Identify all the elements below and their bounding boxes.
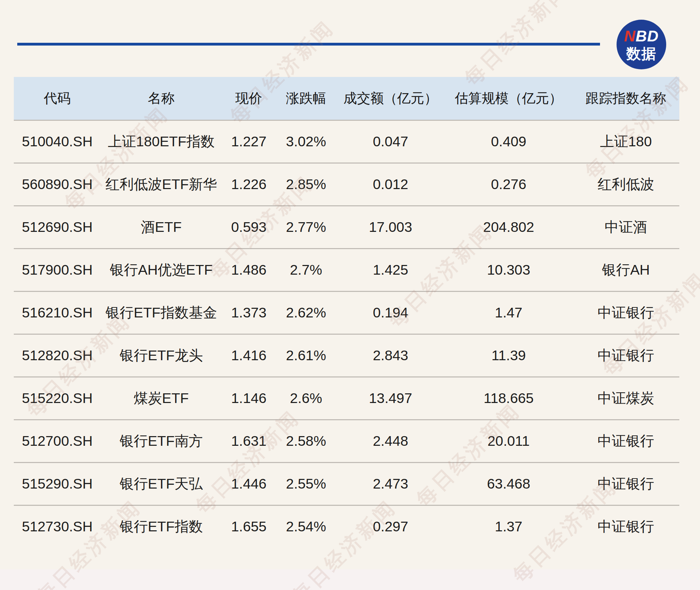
cell-index: 银行AH: [572, 248, 679, 291]
nbd-logo-subtext: 数据: [626, 47, 657, 61]
cell-scale: 10.303: [445, 248, 572, 291]
cell-turnover: 0.297: [336, 505, 445, 548]
cell-turnover: 13.497: [336, 377, 445, 420]
table-row: 512700.SH银行ETF南方1.6312.58%2.44820.011中证银…: [14, 420, 679, 462]
cell-index: 中证煤炭: [572, 377, 679, 420]
cell-code: 512690.SH: [14, 206, 101, 248]
cell-scale: 63.468: [445, 462, 572, 505]
etf-table: 代码 名称 现价 涨跌幅 成交额（亿元） 估算规模（亿元） 跟踪指数名称 510…: [14, 77, 679, 548]
cell-price: 1.631: [222, 420, 276, 462]
header-row: 代码 名称 现价 涨跌幅 成交额（亿元） 估算规模（亿元） 跟踪指数名称: [14, 77, 679, 120]
cell-change: 2.62%: [276, 291, 336, 334]
cell-index: 中证酒: [572, 206, 679, 248]
column-header-turnover: 成交额（亿元）: [336, 77, 445, 120]
cell-name: 银行ETF指数基金: [101, 291, 222, 334]
cell-scale: 118.665: [445, 377, 572, 420]
cell-scale: 1.37: [445, 505, 572, 548]
column-header-scale: 估算规模（亿元）: [445, 77, 572, 120]
column-header-change: 涨跌幅: [276, 77, 336, 120]
table-row: 517900.SH银行AH优选ETF1.4862.7%1.42510.303银行…: [14, 248, 679, 291]
cell-index: 中证银行: [572, 462, 679, 505]
cell-change: 2.77%: [276, 206, 336, 248]
brand-rule: [17, 43, 600, 46]
cell-price: 1.655: [222, 505, 276, 548]
cell-scale: 11.39: [445, 334, 572, 377]
cell-scale: 0.276: [445, 163, 572, 206]
cell-price: 1.373: [222, 291, 276, 334]
cell-code: 516210.SH: [14, 291, 101, 334]
cell-price: 1.486: [222, 248, 276, 291]
cell-index: 中证银行: [572, 291, 679, 334]
cell-price: 1.227: [222, 120, 276, 163]
cell-code: 560890.SH: [14, 163, 101, 206]
nbd-logo-text: NBD: [624, 28, 659, 44]
table-row: 512690.SH酒ETF0.5932.77%17.003204.802中证酒: [14, 206, 679, 248]
cell-price: 1.446: [222, 462, 276, 505]
cell-turnover: 2.448: [336, 420, 445, 462]
table-body: 510040.SH上证180ETF指数1.2273.02%0.0470.409上…: [14, 120, 679, 548]
cell-turnover: 0.047: [336, 120, 445, 163]
cell-change: 2.61%: [276, 334, 336, 377]
cell-turnover: 0.194: [336, 291, 445, 334]
cell-index: 上证180: [572, 120, 679, 163]
table-row: 560890.SH红利低波ETF新华1.2262.85%0.0120.276红利…: [14, 163, 679, 206]
cell-index: 红利低波: [572, 163, 679, 206]
cell-name: 红利低波ETF新华: [101, 163, 222, 206]
cell-index: 中证银行: [572, 420, 679, 462]
nbd-logo-letter-n: N: [624, 27, 636, 45]
table-row: 512730.SH银行ETF指数1.6552.54%0.2971.37中证银行: [14, 505, 679, 548]
nbd-logo: NBD 数据: [617, 20, 666, 69]
table-row: 515290.SH银行ETF天弘1.4462.55%2.47363.468中证银…: [14, 462, 679, 505]
cell-name: 上证180ETF指数: [101, 120, 222, 163]
cell-price: 1.416: [222, 334, 276, 377]
cell-change: 3.02%: [276, 120, 336, 163]
cell-change: 2.54%: [276, 505, 336, 548]
cell-scale: 1.47: [445, 291, 572, 334]
cell-name: 银行ETF天弘: [101, 462, 222, 505]
cell-scale: 20.011: [445, 420, 572, 462]
cell-change: 2.6%: [276, 377, 336, 420]
bottom-strip: [0, 569, 700, 590]
cell-name: 银行ETF南方: [101, 420, 222, 462]
cell-scale: 0.409: [445, 120, 572, 163]
cell-price: 0.593: [222, 206, 276, 248]
cell-scale: 204.802: [445, 206, 572, 248]
cell-change: 2.7%: [276, 248, 336, 291]
cell-name: 银行ETF龙头: [101, 334, 222, 377]
cell-price: 1.226: [222, 163, 276, 206]
table-row: 515220.SH煤炭ETF1.1462.6%13.497118.665中证煤炭: [14, 377, 679, 420]
table-row: 516210.SH银行ETF指数基金1.3732.62%0.1941.47中证银…: [14, 291, 679, 334]
cell-turnover: 1.425: [336, 248, 445, 291]
cell-code: 512820.SH: [14, 334, 101, 377]
cell-change: 2.85%: [276, 163, 336, 206]
column-header-index: 跟踪指数名称: [572, 77, 679, 120]
cell-change: 2.55%: [276, 462, 336, 505]
cell-code: 517900.SH: [14, 248, 101, 291]
cell-change: 2.58%: [276, 420, 336, 462]
cell-turnover: 2.843: [336, 334, 445, 377]
cell-code: 510040.SH: [14, 120, 101, 163]
cell-code: 512700.SH: [14, 420, 101, 462]
cell-name: 银行AH优选ETF: [101, 248, 222, 291]
cell-index: 中证银行: [572, 334, 679, 377]
table-row: 510040.SH上证180ETF指数1.2273.02%0.0470.409上…: [14, 120, 679, 163]
table-row: 512820.SH银行ETF龙头1.4162.61%2.84311.39中证银行: [14, 334, 679, 377]
column-header-name: 名称: [101, 77, 222, 120]
cell-index: 中证银行: [572, 505, 679, 548]
column-header-price: 现价: [222, 77, 276, 120]
cell-name: 煤炭ETF: [101, 377, 222, 420]
cell-code: 512730.SH: [14, 505, 101, 548]
cell-name: 酒ETF: [101, 206, 222, 248]
cell-code: 515290.SH: [14, 462, 101, 505]
nbd-logo-letters-bd: BD: [636, 27, 659, 45]
cell-turnover: 17.003: [336, 206, 445, 248]
cell-turnover: 0.012: [336, 163, 445, 206]
cell-name: 银行ETF指数: [101, 505, 222, 548]
cell-code: 515220.SH: [14, 377, 101, 420]
column-header-code: 代码: [14, 77, 101, 120]
cell-turnover: 2.473: [336, 462, 445, 505]
cell-price: 1.146: [222, 377, 276, 420]
